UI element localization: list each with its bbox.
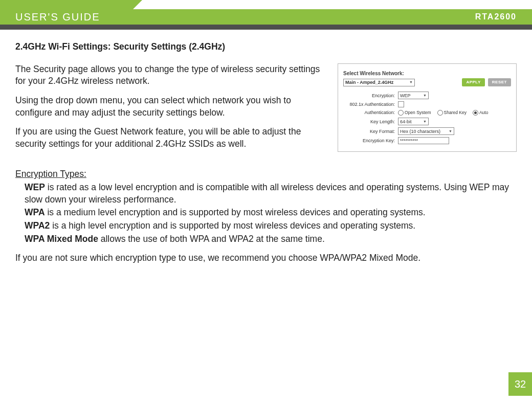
x8021-checkbox[interactable] bbox=[398, 101, 404, 107]
enckey-input[interactable]: ********** bbox=[398, 137, 449, 144]
router-ui-screenshot: Select Wireless Network: Main - Amped_2.… bbox=[338, 63, 517, 152]
enc-wpa-text: is a medium level encryption and is supp… bbox=[45, 207, 426, 217]
enc-wpa2-text: is a high level encryption and is suppor… bbox=[50, 220, 415, 231]
header-underline bbox=[0, 25, 532, 30]
x8021-label: 802.1x Authentication: bbox=[346, 101, 395, 107]
enc-mixed-bold: WPA Mixed Mode bbox=[25, 234, 98, 244]
enc-wpa-bold: WPA bbox=[25, 207, 45, 217]
apply-button[interactable]: APPLY bbox=[462, 78, 484, 86]
header-tab-bg bbox=[0, 0, 133, 9]
keylength-label: Key Length: bbox=[346, 119, 395, 125]
enc-wpa2: WPA2 is a high level encryption and is s… bbox=[25, 220, 517, 232]
row-keyformat: Key Format: Hex (10 characters) ▼ bbox=[346, 127, 511, 135]
encryption-value: WEP bbox=[400, 93, 411, 99]
auth-opt-open[interactable]: Open System bbox=[398, 110, 431, 116]
left-column: The Security page allows you to change t… bbox=[15, 63, 326, 158]
keylength-select[interactable]: 64-bit ▼ bbox=[398, 118, 429, 125]
ui-settings-rows: Encryption: WEP ▼ 802.1x Authentication:… bbox=[346, 92, 511, 144]
auth-opt-shared[interactable]: Shared Key bbox=[437, 110, 467, 116]
keylength-value: 64-bit bbox=[400, 119, 412, 125]
enc-wep: WEP is rated as a low level encryption a… bbox=[25, 182, 517, 206]
enc-wep-text: is rated as a low level encryption and i… bbox=[25, 182, 509, 205]
enc-wpa2-bold: WPA2 bbox=[25, 220, 50, 231]
row-encryption: Encryption: WEP ▼ bbox=[346, 92, 511, 99]
encryption-label: Encryption: bbox=[346, 93, 395, 99]
header-title: USER'S GUIDE bbox=[15, 11, 100, 23]
enc-wep-bold: WEP bbox=[25, 182, 45, 192]
enckey-label: Encryption Key: bbox=[346, 138, 395, 144]
two-column-wrap: The Security page allows you to change t… bbox=[15, 63, 517, 158]
auth-open-label: Open System bbox=[405, 110, 431, 116]
intro-para-1: The Security page allows you to change t… bbox=[15, 63, 326, 87]
encryption-types-list: WEP is rated as a low level encryption a… bbox=[15, 182, 517, 245]
radio-icon bbox=[398, 110, 404, 116]
intro-para-2: Using the drop down menu, you can select… bbox=[15, 95, 326, 119]
intro-para-3: If you are using the Guest Network featu… bbox=[15, 126, 326, 150]
enckey-value: ********** bbox=[400, 138, 418, 144]
auth-shared-label: Shared Key bbox=[444, 110, 467, 116]
keyformat-label: Key Format: bbox=[346, 128, 395, 134]
header-tab-slant bbox=[133, 0, 142, 9]
page-number: 32 bbox=[508, 372, 532, 396]
chevron-down-icon: ▼ bbox=[423, 119, 427, 124]
page-header: USER'S GUIDE RTA2600 bbox=[0, 0, 532, 32]
header-model: RTA2600 bbox=[475, 12, 517, 21]
row-enckey: Encryption Key: ********** bbox=[346, 137, 511, 144]
keyformat-value: Hex (10 characters) bbox=[400, 128, 440, 134]
reset-button[interactable]: RESET bbox=[488, 78, 511, 86]
row-keylength: Key Length: 64-bit ▼ bbox=[346, 118, 511, 125]
encryption-select[interactable]: WEP ▼ bbox=[398, 92, 429, 99]
auth-opt-auto[interactable]: Auto bbox=[473, 110, 489, 116]
row-8021x: 802.1x Authentication: bbox=[346, 101, 511, 107]
chevron-down-icon: ▼ bbox=[449, 129, 452, 133]
enc-mixed-text: allows the use of both WPA and WPA2 at t… bbox=[98, 234, 325, 244]
ui-select-network-label: Select Wireless Network: bbox=[343, 70, 511, 77]
network-select-value: Main - Amped_2.4GHz bbox=[345, 79, 393, 85]
radio-icon bbox=[437, 110, 443, 116]
radio-icon-selected bbox=[473, 110, 478, 116]
header-bar: USER'S GUIDE RTA2600 bbox=[0, 9, 532, 25]
network-select[interactable]: Main - Amped_2.4GHz ▼ bbox=[343, 79, 415, 86]
chevron-down-icon: ▼ bbox=[423, 93, 427, 98]
auth-auto-label: Auto bbox=[479, 110, 489, 116]
section-heading: 2.4GHz Wi-Fi Settings: Security Settings… bbox=[15, 41, 517, 53]
auth-label: Authentication: bbox=[346, 109, 395, 116]
right-column: Select Wireless Network: Main - Amped_2.… bbox=[338, 63, 517, 152]
keyformat-select[interactable]: Hex (10 characters) ▼ bbox=[398, 127, 454, 135]
ui-top-row: Main - Amped_2.4GHz ▼ APPLY RESET bbox=[343, 78, 511, 86]
enc-mixed: WPA Mixed Mode allows the use of both WP… bbox=[25, 233, 517, 245]
page-body: 2.4GHz Wi-Fi Settings: Security Settings… bbox=[0, 32, 532, 264]
row-authentication: Authentication: Open System Shared Key A… bbox=[346, 109, 511, 116]
encryption-recommendation: If you are not sure which encryption typ… bbox=[15, 252, 517, 264]
enc-wpa: WPA is a medium level encryption and is … bbox=[25, 207, 517, 219]
chevron-down-icon: ▼ bbox=[409, 80, 413, 84]
encryption-types-heading: Encryption Types: bbox=[15, 168, 517, 181]
